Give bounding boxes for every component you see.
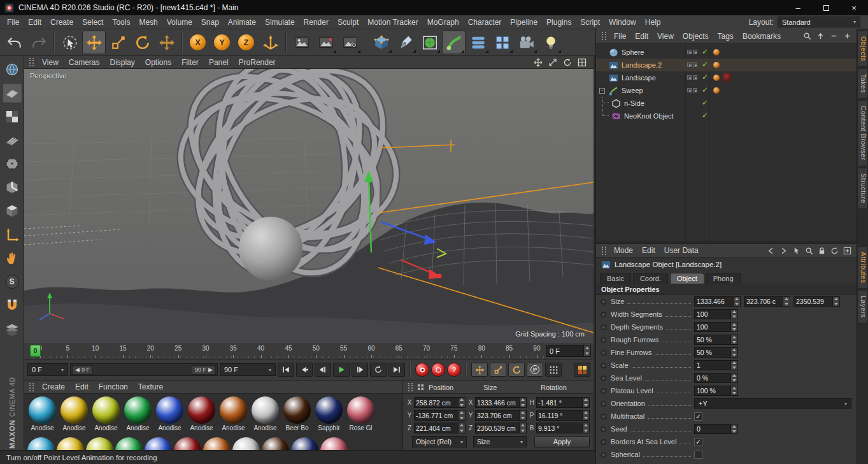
object-tree[interactable]: Sphere ✓ Landscape.2 ✓ Landscape ✓ — [596, 44, 857, 242]
playhead[interactable]: 0 — [30, 345, 41, 357]
size-y-field[interactable]: 323.706 c — [744, 296, 790, 307]
rotation-p-field[interactable]: 16.119 ° — [536, 410, 590, 421]
tab-objects[interactable]: Objects — [857, 31, 868, 67]
timeline-tick[interactable]: 55 — [337, 343, 351, 359]
jump-to-start-button[interactable] — [278, 363, 294, 377]
plateau-level-field[interactable]: 100 % — [694, 386, 738, 396]
keyframe-dot-icon[interactable] — [601, 439, 606, 445]
timeline-tick[interactable]: 70 — [420, 343, 434, 359]
enable-snap-button[interactable] — [2, 295, 22, 315]
multifractal-checkbox[interactable]: ✓ — [694, 412, 702, 421]
rotate-view-button[interactable] — [563, 58, 572, 67]
lock-button[interactable] — [818, 247, 826, 255]
timeline-tick[interactable]: 40 — [254, 343, 268, 359]
spinner-arrows-icon[interactable] — [731, 424, 738, 434]
fine-furrows-field[interactable]: 50 % — [694, 347, 738, 358]
object-mode-select[interactable]: Object (Rel)▾ — [412, 436, 467, 447]
timeline-tick[interactable]: 50 — [309, 343, 323, 359]
play-mode-button[interactable] — [370, 363, 387, 377]
tab-phong[interactable]: Phong — [706, 273, 741, 284]
spinner-arrows-icon[interactable] — [731, 335, 738, 345]
menu-item[interactable]: Volume — [162, 17, 197, 28]
material-thumbnail[interactable] — [145, 437, 172, 450]
size-y-field[interactable]: 323.706 cm — [475, 410, 527, 421]
history-back-button[interactable] — [767, 247, 775, 255]
refresh-button[interactable] — [830, 247, 839, 255]
search-button[interactable] — [803, 32, 811, 40]
tab-content-browser[interactable]: Content Browser — [857, 100, 868, 166]
material-item[interactable]: Anodise — [155, 396, 185, 431]
add-volume-button[interactable] — [466, 31, 490, 54]
enabled-check-icon[interactable]: ✓ — [702, 73, 708, 82]
spinner-arrows-icon[interactable] — [520, 410, 527, 421]
menu-item[interactable]: File — [3, 17, 24, 28]
keyframe-dot-icon[interactable] — [601, 350, 606, 356]
menu-item[interactable]: Plugins — [542, 17, 576, 28]
key-position-toggle[interactable] — [471, 363, 488, 377]
keyframe-dot-icon[interactable] — [601, 324, 606, 330]
redo-button[interactable] — [27, 31, 50, 54]
timeline-tick[interactable]: 60 — [364, 343, 378, 359]
size-z-field[interactable]: 2350.539 cm — [475, 423, 527, 433]
keyframe-dot-icon[interactable] — [601, 452, 606, 458]
keyframe-dot-icon[interactable] — [601, 337, 606, 343]
keyframe-dot-icon[interactable] — [601, 312, 606, 317]
polygons-mode-button[interactable] — [2, 201, 22, 221]
menu-item[interactable]: Motion Tracker — [363, 17, 422, 28]
menu-item[interactable]: MoGraph — [423, 17, 464, 28]
apply-button[interactable]: Apply — [534, 436, 590, 447]
keyframe-dot-icon[interactable] — [601, 414, 606, 419]
menu-item[interactable]: Script — [576, 17, 604, 28]
material-thumbnail[interactable] — [232, 437, 260, 450]
material-thumbnail[interactable] — [29, 396, 56, 424]
viewport-menu-item[interactable]: Cameras — [64, 58, 105, 67]
add-generator-button[interactable] — [442, 31, 466, 54]
minimize-button[interactable]: – — [784, 0, 812, 15]
viewport-menu-item[interactable]: Filter — [176, 58, 204, 67]
spinner-arrows-icon[interactable] — [583, 423, 590, 433]
undo-button[interactable] — [3, 31, 26, 54]
menu-item[interactable]: Create — [46, 17, 78, 28]
spinner-arrows-icon[interactable] — [584, 345, 591, 357]
material-item[interactable]: Anodise — [123, 396, 153, 431]
material-thumbnail[interactable] — [320, 437, 348, 450]
material-thumbnail[interactable] — [262, 437, 289, 450]
zoom-view-button[interactable] — [548, 58, 557, 67]
rotation-b-field[interactable]: 9.913 ° — [536, 423, 590, 433]
material-thumbnail[interactable] — [60, 396, 88, 424]
borders-checkbox[interactable]: ✓ — [694, 438, 702, 446]
spinner-arrows-icon[interactable] — [731, 309, 738, 319]
key-pla-toggle[interactable] — [545, 363, 562, 377]
material-menu-item[interactable]: Function — [94, 382, 133, 391]
material-menu-item[interactable]: Edit — [70, 382, 94, 391]
keyframe-dot-icon[interactable] — [601, 388, 606, 394]
enabled-check-icon[interactable]: ✓ — [702, 85, 708, 94]
range-end-handle[interactable]: 90 F▶ — [192, 365, 216, 375]
material-thumbnail[interactable] — [27, 437, 55, 450]
pan-view-button[interactable] — [534, 58, 543, 67]
spinner-arrows-icon[interactable] — [583, 397, 590, 408]
expand-button[interactable] — [843, 32, 851, 40]
material-menu-item[interactable]: Create — [37, 382, 70, 391]
lock-y-button[interactable]: Y — [210, 31, 234, 54]
timeline[interactable]: 051015202530354045505560657075808590 0 0… — [24, 343, 594, 359]
object-manager-menu-item[interactable]: View — [653, 32, 678, 41]
material-item[interactable]: Anodise — [27, 396, 57, 431]
timeline-tick[interactable]: 20 — [143, 343, 157, 359]
tab-takes[interactable]: Takes — [857, 68, 868, 99]
material-thumbnail[interactable] — [203, 437, 231, 450]
attribute-menu-item[interactable]: User Data — [660, 246, 703, 255]
position-x-field[interactable]: 258.872 cm — [414, 397, 466, 408]
tweak-mode-button[interactable] — [2, 248, 22, 268]
material-thumbnail[interactable] — [283, 396, 311, 424]
timeline-tick[interactable]: 10 — [89, 343, 103, 359]
new-panel-button[interactable] — [843, 247, 851, 255]
seed-field[interactable]: 0 — [694, 424, 738, 434]
material-thumbnail[interactable] — [92, 396, 120, 424]
edges-mode-button[interactable] — [2, 177, 22, 198]
material-item[interactable]: Anodise — [218, 396, 248, 431]
menu-item[interactable]: Character — [464, 17, 506, 28]
menu-item[interactable]: Sculpt — [333, 17, 363, 28]
lock-x-button[interactable]: X — [186, 31, 210, 54]
render-settings-button[interactable] — [338, 31, 362, 54]
